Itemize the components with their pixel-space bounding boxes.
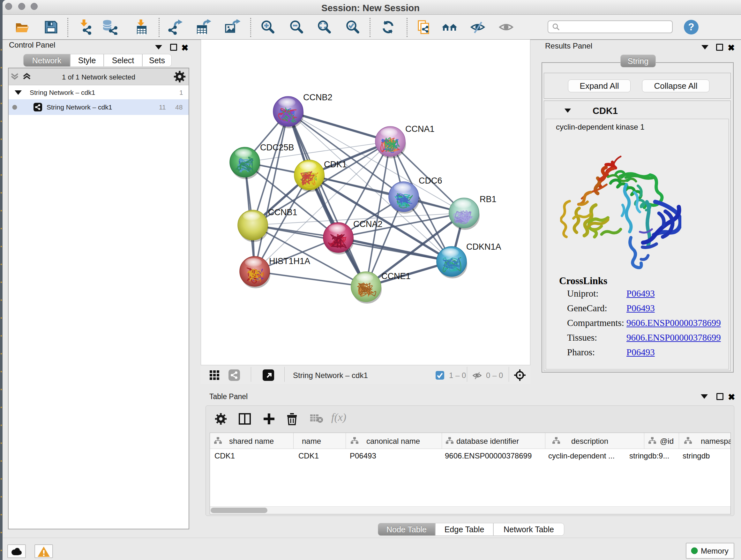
svg-text:?: ? <box>688 21 694 33</box>
